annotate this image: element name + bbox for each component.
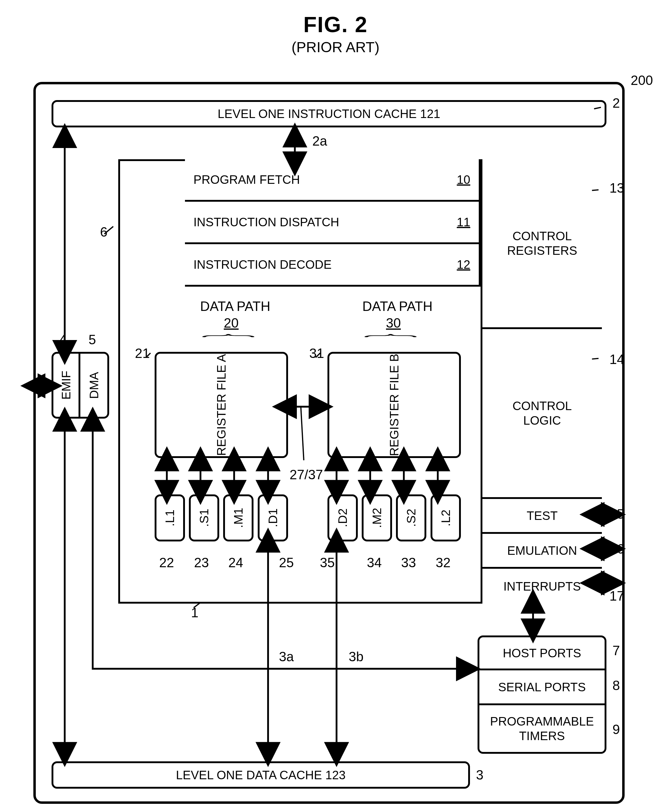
prog-timers-box: PROGRAMMABLE TIMERS xyxy=(478,705,606,754)
unit-s1: .S1 xyxy=(189,495,219,541)
instruction-decode-text: INSTRUCTION DECODE xyxy=(193,257,332,272)
program-fetch-text: PROGRAM FETCH xyxy=(193,172,300,187)
dma-ref: 5 xyxy=(89,332,96,347)
test-ref: 15 xyxy=(610,507,624,522)
prog-timers-ref: 9 xyxy=(613,722,620,737)
serial-ports-ref: 8 xyxy=(613,678,620,693)
unit-d1-ref: 25 xyxy=(279,555,294,570)
control-logic-box: CONTROL LOGIC xyxy=(480,329,602,499)
crosslink-ref: 27/37 xyxy=(290,467,323,482)
control-registers-ref: 13 xyxy=(610,181,624,196)
unit-l1-ref: 22 xyxy=(159,555,174,570)
unit-d2-label: .D2 xyxy=(336,508,350,527)
regfile-a-text: REGISTER FILE A xyxy=(214,354,228,456)
unit-m2: .M2 xyxy=(362,495,392,541)
power-down-ref: 6 xyxy=(100,225,107,240)
test-box: TEST xyxy=(480,499,602,534)
program-fetch-row: PROGRAM FETCH 10 xyxy=(185,159,480,202)
program-fetch-num: 10 xyxy=(457,172,470,187)
host-ports-text: HOST PORTS xyxy=(503,646,581,660)
figure-title: FIG. 2 xyxy=(6,12,665,37)
emif-box: EMIF xyxy=(51,352,80,419)
regfile-a-box: REGISTER FILE A xyxy=(155,352,288,458)
unit-d2-ref: 35 xyxy=(320,555,335,570)
unit-s2: .S2 xyxy=(396,495,426,541)
brace-b-icon: ⏞ xyxy=(364,332,417,350)
unit-l2-ref: 32 xyxy=(436,555,451,570)
unit-l1: .L1 xyxy=(155,495,185,541)
l1d-ref: 3 xyxy=(476,768,483,783)
unit-m2-label: .M2 xyxy=(370,508,384,528)
brace-a-icon: ⏞ xyxy=(202,332,254,350)
interrupts-text: INTERRUPTS xyxy=(503,579,581,594)
serial-ports-text: SERIAL PORTS xyxy=(498,680,586,694)
unit-m1-ref: 24 xyxy=(228,555,243,570)
l1i-ref: 2 xyxy=(613,96,620,111)
regfile-a-ref: 21 xyxy=(135,346,150,361)
l1d-lane-b: 3b xyxy=(349,649,364,664)
chip-ref: 200 xyxy=(631,73,653,88)
host-ports-box: HOST PORTS xyxy=(478,635,606,670)
unit-m1: .M1 xyxy=(223,495,254,541)
datapath-a-title: DATA PATH xyxy=(200,299,270,314)
prog-timers-text: PROGRAMMABLE TIMERS xyxy=(490,714,594,743)
instruction-dispatch-row: INSTRUCTION DISPATCH 11 xyxy=(185,202,480,244)
unit-s1-ref: 23 xyxy=(194,555,209,570)
emulation-text: EMULATION xyxy=(507,543,577,558)
unit-m1-label: .M1 xyxy=(231,508,245,528)
dma-box: DMA xyxy=(80,352,109,419)
regfile-b-ref: 31 xyxy=(309,346,324,361)
instruction-dispatch-text: INSTRUCTION DISPATCH xyxy=(193,215,339,229)
instruction-dispatch-num: 11 xyxy=(457,215,470,229)
instruction-decode-num: 12 xyxy=(457,257,470,272)
unit-s2-label: .S2 xyxy=(404,509,419,527)
dma-text: DMA xyxy=(87,372,101,399)
l1i-cache-box: LEVEL ONE INSTRUCTION CACHE 121 xyxy=(51,100,606,127)
interrupts-ref: 17 xyxy=(610,589,624,604)
instruction-decode-row: INSTRUCTION DECODE 12 xyxy=(185,244,480,287)
unit-s1-label: .S1 xyxy=(197,509,211,527)
unit-m2-ref: 34 xyxy=(367,555,382,570)
serial-ports-box: SERIAL PORTS xyxy=(478,670,606,705)
interrupts-box: INTERRUPTS xyxy=(480,569,602,604)
datapath-b-title: DATA PATH xyxy=(362,299,433,314)
unit-d1-label: .D1 xyxy=(266,508,280,527)
l1d-cache-text: LEVEL ONE DATA CACHE 123 xyxy=(176,768,345,782)
unit-s2-ref: 33 xyxy=(401,555,416,570)
figure-subtitle: (PRIOR ART) xyxy=(6,39,665,56)
l1i-arrow-ref: 2a xyxy=(312,133,327,148)
unit-l1-label: .L1 xyxy=(162,510,177,527)
control-registers-box: CONTROL REGISTERS xyxy=(480,159,602,329)
unit-d1: .D1 xyxy=(258,495,288,541)
emulation-box: EMULATION xyxy=(480,534,602,569)
emif-ref: 4 xyxy=(59,332,66,347)
regfile-b-text: REGISTER FILE B xyxy=(387,354,402,456)
core-ref: 1 xyxy=(191,605,198,620)
unit-d2: .D2 xyxy=(327,495,358,541)
unit-l2: .L2 xyxy=(431,495,461,541)
l1i-cache-text: LEVEL ONE INSTRUCTION CACHE 121 xyxy=(218,106,440,121)
l1d-lane-a: 3a xyxy=(279,649,294,664)
l1d-cache-box: LEVEL ONE DATA CACHE 123 xyxy=(51,761,470,789)
datapath-a-num: 20 xyxy=(224,316,238,331)
unit-l2-label: .L2 xyxy=(438,510,453,527)
host-ports-ref: 7 xyxy=(613,643,620,658)
test-text: TEST xyxy=(527,508,558,523)
emif-text: EMIF xyxy=(59,371,73,400)
regfile-b-box: REGISTER FILE B xyxy=(327,352,461,458)
emulation-ref: 16 xyxy=(610,541,624,556)
datapath-b-num: 30 xyxy=(386,316,401,331)
control-logic-ref: 14 xyxy=(610,352,624,367)
control-logic-text: CONTROL LOGIC xyxy=(513,399,572,428)
control-registers-text: CONTROL REGISTERS xyxy=(507,229,577,258)
